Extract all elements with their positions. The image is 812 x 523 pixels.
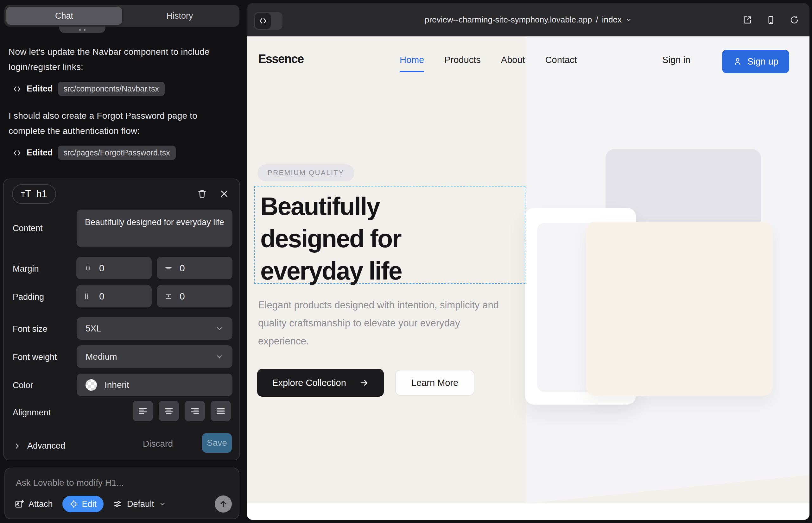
chevron-down-icon: [215, 353, 224, 361]
margin-horizontal-icon: [84, 264, 92, 272]
preview-browser: preview--charming-site-symphony.lovable.…: [247, 3, 810, 520]
site-viewport: Essence Home Products About Contact Sign…: [247, 36, 810, 520]
hero-paragraph: Elegant products designed with intention…: [258, 296, 508, 350]
nav-link-products[interactable]: Products: [444, 55, 480, 72]
nav-link-contact[interactable]: Contact: [545, 55, 577, 72]
padding-horizontal-icon: [84, 292, 92, 301]
chevron-right-icon: [13, 442, 21, 450]
user-icon: [733, 57, 742, 66]
font-size-label: Font size: [13, 324, 48, 334]
margin-vertical-icon: [164, 264, 173, 272]
tab-chat[interactable]: Chat: [6, 7, 122, 25]
color-field[interactable]: Inherit: [77, 374, 232, 396]
explore-collection-button[interactable]: Explore Collection: [257, 369, 384, 397]
font-weight-select[interactable]: Medium: [77, 345, 232, 368]
margin-x-input[interactable]: 0: [76, 257, 152, 279]
padding-x-input[interactable]: 0: [76, 285, 152, 307]
open-in-new-tab-button[interactable]: [741, 14, 754, 26]
padding-vertical-icon: [164, 292, 173, 301]
attach-image-icon: [15, 499, 24, 509]
chevron-down-icon: [215, 325, 224, 333]
premium-quality-badge: PREMIUM QUALITY: [258, 164, 354, 181]
close-editor-button[interactable]: [217, 187, 231, 201]
code-icon: [13, 148, 21, 157]
arrow-up-icon: [219, 500, 228, 508]
file-chip-forgot-password[interactable]: src/pages/ForgotPassword.tsx: [58, 146, 176, 160]
code-icon: [13, 85, 21, 93]
selected-element-outline[interactable]: Beautifully designed for everyday life: [254, 186, 525, 284]
learn-more-button[interactable]: Learn More: [395, 370, 474, 396]
assistant-message: Now let's update the Navbar component to…: [8, 44, 232, 75]
preview-header: preview--charming-site-symphony.lovable.…: [247, 3, 810, 36]
chat-panel: Chat History Now let's update the Navbar…: [0, 0, 244, 523]
font-size-select[interactable]: 5XL: [77, 317, 232, 340]
url-separator: /: [596, 15, 598, 25]
element-editor-panel: TT h1 Content Beautifully designed for e…: [3, 179, 240, 460]
attach-button[interactable]: Attach: [15, 499, 53, 509]
edited-file-row: Edited src/pages/ForgotPassword.tsx: [13, 146, 176, 160]
mobile-view-button[interactable]: [764, 14, 777, 26]
delete-element-button[interactable]: [195, 187, 209, 201]
element-tag-badge: TT h1: [12, 184, 56, 204]
sign-in-link[interactable]: Sign in: [662, 55, 690, 65]
prompt-box[interactable]: Ask Lovable to modify H1... Attach Edit …: [4, 468, 240, 519]
color-label: Color: [13, 381, 33, 390]
hero-cta-row: Explore Collection Learn More: [257, 369, 474, 397]
decorative-card-cream: [586, 222, 773, 396]
align-justify-button[interactable]: [211, 401, 231, 421]
content-textarea[interactable]: Beautifully designed for everyday life: [77, 210, 232, 247]
sliders-icon: [113, 499, 123, 509]
align-center-button[interactable]: [159, 401, 179, 421]
save-button[interactable]: Save: [202, 433, 232, 453]
font-weight-label: Font weight: [13, 353, 57, 362]
align-left-button[interactable]: [133, 401, 153, 421]
margin-y-input[interactable]: 0: [157, 257, 232, 279]
site-logo[interactable]: Essence: [258, 52, 304, 66]
refresh-button[interactable]: [788, 14, 800, 26]
url-bar[interactable]: preview--charming-site-symphony.lovable.…: [247, 3, 810, 36]
edit-mode-button[interactable]: Edit: [63, 496, 104, 512]
scrolled-chip-partial: [59, 26, 105, 33]
element-tag: h1: [36, 188, 47, 200]
preview-header-actions: [741, 3, 800, 36]
chevron-down-icon: [159, 500, 166, 508]
alignment-label: Alignment: [13, 408, 51, 418]
assistant-message: I should also create a Forgot Password p…: [8, 108, 232, 139]
file-chip-navbar[interactable]: src/components/Navbar.tsx: [58, 82, 165, 96]
edited-label: Edited: [27, 84, 53, 94]
nav-link-home[interactable]: Home: [400, 55, 424, 72]
url-page: index: [602, 15, 622, 25]
send-button[interactable]: [215, 495, 232, 512]
margin-label: Margin: [13, 264, 39, 274]
color-swatch-transparent: [86, 379, 97, 391]
padding-y-input[interactable]: 0: [157, 285, 232, 307]
chevron-down-icon: [625, 17, 632, 23]
content-label: Content: [13, 223, 43, 233]
target-icon: [69, 500, 78, 508]
chat-history-tabs: Chat History: [4, 5, 240, 26]
prompt-toolbar: Attach Edit Default: [15, 495, 232, 513]
site-navbar: Essence Home Products About Contact Sign…: [247, 36, 810, 84]
default-mode-button[interactable]: Default: [113, 499, 166, 509]
nav-link-about[interactable]: About: [501, 55, 525, 72]
typography-icon: TT: [21, 188, 31, 200]
edited-label: Edited: [27, 148, 53, 158]
align-right-button[interactable]: [184, 401, 205, 421]
discard-button[interactable]: Discard: [143, 439, 173, 449]
section-below-hero: [247, 503, 810, 520]
sign-up-button[interactable]: Sign up: [722, 50, 789, 73]
hero-background-wedge: [526, 475, 810, 503]
site-nav-links: Home Products About Contact: [400, 55, 577, 72]
padding-label: Padding: [13, 292, 44, 302]
arrow-right-icon: [359, 378, 369, 387]
lovable-workspace: Chat History Now let's update the Navbar…: [0, 0, 812, 523]
hero-heading[interactable]: Beautifully designed for everyday life: [260, 190, 482, 287]
edited-file-row: Edited src/components/Navbar.tsx: [13, 82, 165, 96]
prompt-input[interactable]: Ask Lovable to modify H1...: [16, 478, 124, 488]
tab-history[interactable]: History: [122, 7, 237, 25]
advanced-toggle[interactable]: Advanced: [13, 441, 65, 451]
url-host: preview--charming-site-symphony.lovable.…: [425, 15, 592, 25]
